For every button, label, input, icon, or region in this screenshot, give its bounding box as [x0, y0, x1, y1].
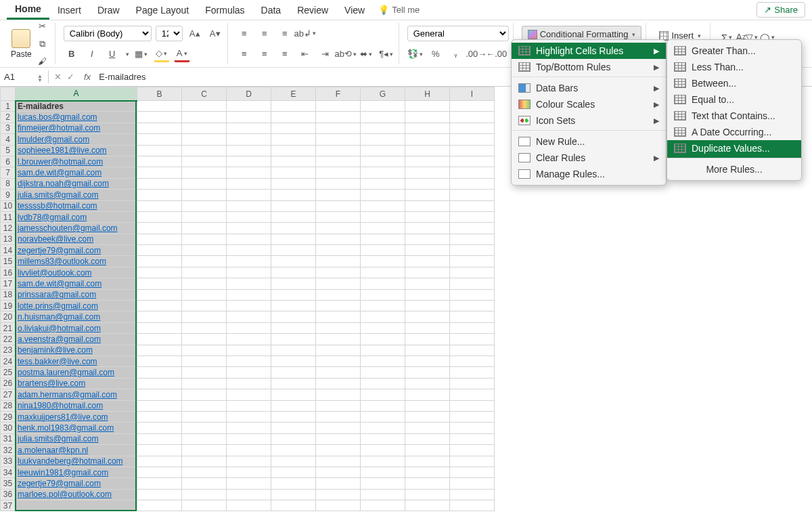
- cell[interactable]: lmulder@gmail.com: [16, 134, 137, 145]
- cell[interactable]: [405, 433, 450, 444]
- row-header[interactable]: 7: [1, 167, 16, 178]
- cell[interactable]: jamesschouten@gmail.com: [16, 223, 137, 234]
- menu-item-duplicate-values[interactable]: Duplicate Values...: [667, 140, 801, 158]
- email-link[interactable]: henk.mol1983@gmail.com: [18, 423, 114, 433]
- cell[interactable]: [316, 411, 361, 422]
- cell[interactable]: [450, 334, 495, 345]
- email-link[interactable]: maxkuijpers81@live.com: [18, 412, 108, 422]
- cell[interactable]: [182, 467, 227, 477]
- wrap-text-button[interactable]: ab↲▾: [297, 25, 313, 41]
- cell[interactable]: nina1980@hotmail.com: [16, 400, 137, 411]
- cell[interactable]: postma.lauren@gmail.com: [16, 367, 137, 378]
- cell[interactable]: [450, 355, 495, 366]
- column-header-H[interactable]: H: [405, 87, 450, 101]
- cell[interactable]: [361, 234, 405, 244]
- email-link[interactable]: a.molenaar@kpn.nl: [18, 446, 88, 455]
- row-header[interactable]: 13: [1, 234, 16, 244]
- email-link[interactable]: l.brouwer@hotmail.com: [18, 157, 103, 167]
- row-header[interactable]: 9: [1, 190, 16, 200]
- cell[interactable]: [361, 322, 405, 333]
- cell[interactable]: [450, 167, 495, 178]
- cell[interactable]: [182, 445, 227, 456]
- cell[interactable]: [137, 145, 182, 156]
- cell[interactable]: [450, 322, 495, 333]
- email-link[interactable]: n.huisman@gmail.com: [18, 312, 100, 322]
- cell[interactable]: [271, 311, 316, 322]
- cell[interactable]: [316, 478, 361, 489]
- comma-button[interactable]: ᵧ: [448, 46, 464, 62]
- email-link[interactable]: finmeijer@hotmail.com: [18, 123, 100, 133]
- cell[interactable]: [182, 367, 227, 378]
- cell[interactable]: [227, 278, 271, 289]
- underline-chevron-icon[interactable]: ▾: [126, 51, 129, 58]
- cell[interactable]: [405, 367, 450, 378]
- cell[interactable]: sam.de.wit@gmail.com: [16, 278, 137, 289]
- cell[interactable]: [271, 400, 316, 411]
- cell[interactable]: [137, 478, 182, 489]
- cell[interactable]: [316, 445, 361, 456]
- cell[interactable]: [227, 289, 271, 300]
- cell[interactable]: [316, 167, 361, 178]
- cell[interactable]: [137, 101, 182, 112]
- cell[interactable]: [450, 489, 495, 500]
- cell[interactable]: lotte.prins@gmail.com: [16, 301, 137, 311]
- cell[interactable]: livvliet@outlook.com: [16, 267, 137, 278]
- cell[interactable]: [450, 478, 495, 489]
- cell[interactable]: [271, 355, 316, 366]
- cell[interactable]: [137, 400, 182, 411]
- cell[interactable]: [271, 211, 316, 222]
- cell[interactable]: [405, 167, 450, 178]
- fill-color-button[interactable]: ◇▾: [154, 46, 170, 62]
- cell[interactable]: [316, 322, 361, 333]
- cell[interactable]: [405, 301, 450, 311]
- tab-home[interactable]: Home: [7, 0, 49, 20]
- column-header-D[interactable]: D: [227, 87, 271, 101]
- cell[interactable]: [450, 345, 495, 355]
- increase-font-button[interactable]: A▴: [187, 25, 203, 41]
- menu-item-icon-sets[interactable]: Icon Sets▶: [512, 112, 666, 131]
- cell[interactable]: [182, 145, 227, 156]
- cell[interactable]: [182, 478, 227, 489]
- select-all-cell[interactable]: [1, 87, 16, 101]
- row-header[interactable]: 19: [1, 301, 16, 311]
- cell[interactable]: [271, 267, 316, 278]
- cell[interactable]: o.liviakui@hotmail.com: [16, 322, 137, 333]
- cell[interactable]: [361, 145, 405, 156]
- cell[interactable]: [137, 411, 182, 422]
- cell[interactable]: [227, 145, 271, 156]
- cell[interactable]: [137, 267, 182, 278]
- cell[interactable]: [137, 256, 182, 267]
- cell[interactable]: [450, 389, 495, 400]
- cell[interactable]: [271, 423, 316, 433]
- cell[interactable]: [227, 223, 271, 234]
- cell[interactable]: [316, 223, 361, 234]
- cell[interactable]: [137, 289, 182, 300]
- cell[interactable]: brartens@live.com: [16, 378, 137, 389]
- cell[interactable]: [137, 355, 182, 366]
- email-link[interactable]: julia.smits@gmail.com: [18, 190, 99, 200]
- cell[interactable]: [361, 478, 405, 489]
- cell[interactable]: [271, 134, 316, 145]
- cell[interactable]: [405, 322, 450, 333]
- email-link[interactable]: sam.de.wit@gmail.com: [18, 279, 102, 288]
- cell[interactable]: [271, 256, 316, 267]
- cell[interactable]: [450, 145, 495, 156]
- cell[interactable]: [405, 145, 450, 156]
- cell[interactable]: [405, 400, 450, 411]
- cell[interactable]: sam.de.wit@gmail.com: [16, 167, 137, 178]
- cell[interactable]: [137, 367, 182, 378]
- cell[interactable]: henk.mol1983@gmail.com: [16, 423, 137, 433]
- cell[interactable]: [271, 345, 316, 355]
- cell[interactable]: [405, 500, 450, 511]
- share-button[interactable]: ↗ Share: [757, 2, 805, 18]
- cell[interactable]: [227, 234, 271, 244]
- cell[interactable]: [361, 178, 405, 189]
- cell[interactable]: zegertje79@gmail.com: [16, 478, 137, 489]
- cell[interactable]: prinssara@gmail.com: [16, 289, 137, 300]
- cell[interactable]: [182, 389, 227, 400]
- cell[interactable]: [361, 355, 405, 366]
- bold-button[interactable]: B: [64, 46, 80, 62]
- cell[interactable]: [450, 500, 495, 511]
- cell[interactable]: [405, 267, 450, 278]
- cell[interactable]: [137, 500, 182, 511]
